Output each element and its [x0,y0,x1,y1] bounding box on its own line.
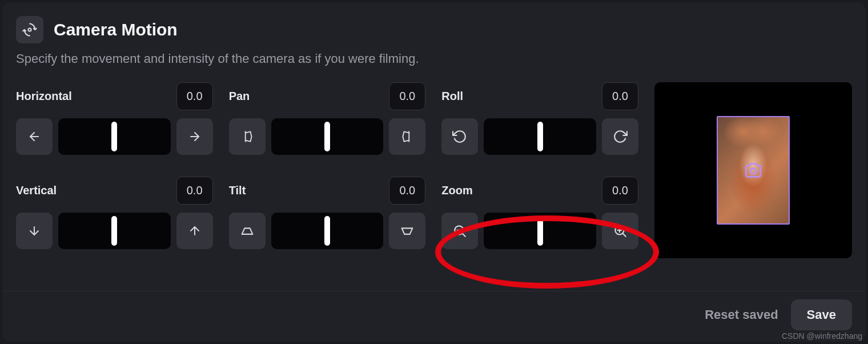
reset-saved-button[interactable]: Reset saved [705,307,778,322]
svg-line-9 [623,234,626,237]
preview-frame [717,116,790,225]
control-head: Roll 0.0 [441,82,638,110]
pan-value-input[interactable]: 0.0 [389,82,425,110]
zoom-out-button[interactable] [441,213,478,249]
tilt-slider[interactable] [271,213,384,249]
pan-left-button[interactable] [229,118,266,155]
arrow-left-icon [27,130,41,143]
camera-motion-panel: Camera Motion Specify the movement and i… [2,2,866,342]
pan-right-icon [400,129,415,144]
svg-line-6 [463,234,465,237]
horizontal-value-input[interactable]: 0.0 [176,82,213,110]
vertical-down-button[interactable] [16,213,53,249]
controls-grid: Horizontal 0.0 Pa [16,82,638,258]
vertical-value-input[interactable]: 0.0 [176,177,213,205]
preview-viewport [654,82,852,258]
slider-thumb[interactable] [111,122,117,151]
control-pan: Pan 0.0 [229,82,426,164]
zoom-slider[interactable] [484,213,596,249]
roll-ccw-button[interactable] [441,118,478,155]
roll-value-input[interactable]: 0.0 [602,82,638,110]
panel-subtitle: Specify the movement and intensity of th… [16,51,852,66]
control-tilt: Tilt 0.0 [229,177,426,258]
slider-thumb[interactable] [537,216,543,246]
slider-row [16,213,213,249]
control-zoom: Zoom 0.0 [441,177,638,258]
vertical-slider[interactable] [58,213,171,249]
horizontal-slider[interactable] [58,118,171,155]
svg-point-0 [28,28,31,31]
watermark-text: CSDN @winfredzhang [782,331,862,341]
horizontal-right-button[interactable] [176,118,213,155]
zoom-out-icon [452,223,467,238]
slider-row [229,118,426,155]
camera-motion-icon [16,16,43,43]
control-label: Zoom [441,184,472,197]
control-roll: Roll 0.0 [441,82,638,164]
control-label: Pan [229,90,250,103]
arrow-down-icon [27,224,41,238]
roll-cw-button[interactable] [602,118,638,155]
control-vertical: Vertical 0.0 [16,177,213,258]
arrow-up-icon [188,224,202,238]
rotate-ccw-icon [452,129,467,144]
slider-thumb[interactable] [324,122,330,151]
roll-slider[interactable] [484,118,596,155]
pan-slider[interactable] [271,118,384,155]
slider-row [16,118,213,155]
zoom-in-button[interactable] [602,213,638,249]
rotate-cw-icon [613,129,628,144]
panel-header: Camera Motion [16,16,852,43]
control-label: Horizontal [16,90,72,103]
svg-point-12 [750,168,756,174]
tilt-up-button[interactable] [389,213,425,249]
slider-row [229,213,426,249]
save-button[interactable]: Save [791,299,852,330]
zoom-in-icon [613,223,628,238]
control-horizontal: Horizontal 0.0 [16,82,213,164]
tilt-value-input[interactable]: 0.0 [389,177,425,205]
slider-thumb[interactable] [324,216,330,246]
slider-thumb[interactable] [537,122,543,151]
slider-row [441,213,638,249]
camera-icon [744,161,763,180]
tilt-up-icon [399,223,415,239]
control-head: Vertical 0.0 [16,177,213,205]
pan-left-icon [240,129,255,144]
tilt-down-button[interactable] [229,213,266,249]
control-head: Horizontal 0.0 [16,82,213,110]
zoom-value-input[interactable]: 0.0 [602,177,638,205]
horizontal-left-button[interactable] [16,118,53,155]
slider-thumb[interactable] [111,216,117,246]
control-head: Zoom 0.0 [441,177,638,205]
pan-right-button[interactable] [389,118,425,155]
control-label: Tilt [229,184,246,197]
slider-row [441,118,638,155]
control-label: Roll [441,90,463,103]
panel-title: Camera Motion [54,20,178,39]
vertical-up-button[interactable] [176,213,213,249]
main-content: Horizontal 0.0 Pa [16,82,852,258]
control-head: Tilt 0.0 [229,177,426,205]
tilt-down-icon [239,223,255,239]
control-label: Vertical [16,184,57,197]
panel-footer: Reset saved Save [2,291,866,342]
control-head: Pan 0.0 [229,82,426,110]
arrow-right-icon [188,130,202,143]
